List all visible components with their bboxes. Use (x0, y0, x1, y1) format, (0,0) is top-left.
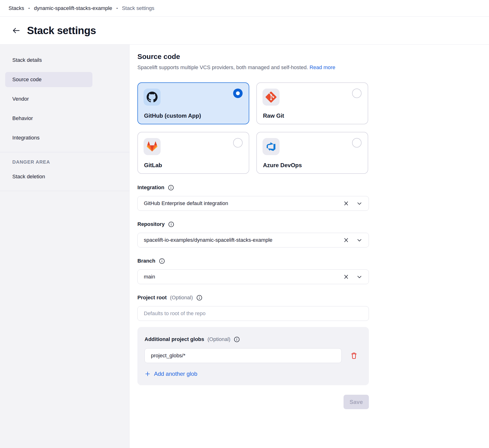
add-another-glob-link[interactable]: Add another glob (145, 371, 197, 377)
project-globs-label: Additional project globs (145, 336, 204, 343)
info-icon[interactable] (159, 258, 165, 264)
project-root-input[interactable] (138, 306, 369, 321)
clear-icon[interactable] (343, 200, 349, 207)
provider-label: Azure DevOps (263, 162, 302, 168)
github-icon (144, 88, 161, 106)
page-title: Stack settings (27, 25, 96, 36)
breadcrumb-current-page: Stack settings (122, 5, 155, 11)
radio-azure-devops[interactable] (352, 138, 362, 148)
project-root-label: Project root (138, 294, 167, 301)
danger-area-heading: DANGER AREA (0, 159, 129, 167)
chevron-down-icon[interactable] (356, 200, 362, 207)
main-panel: Source code Spacelift supports multiple … (130, 45, 489, 448)
sidebar-item-stack-details[interactable]: Stack details (5, 53, 92, 68)
gitlab-icon (144, 138, 161, 155)
repository-field-group: Repository spacelift-io-examples/dynamic… (138, 221, 369, 248)
section-title: Source code (138, 53, 369, 61)
project-root-field-group: Project root (Optional) (138, 294, 369, 321)
branch-field-group: Branch main (138, 258, 369, 284)
integration-label: Integration (138, 184, 164, 191)
branch-select[interactable]: main (138, 270, 369, 284)
integration-value: GitHub Enterprise default integration (144, 200, 343, 207)
provider-label: GitHub (custom App) (144, 112, 201, 119)
sidebar-item-vendor[interactable]: Vendor (5, 91, 92, 107)
provider-card-github[interactable]: GitHub (custom App) (138, 82, 249, 124)
breadcrumb-stack-name[interactable]: dynamic-spacelift-stacks-example (34, 5, 112, 11)
sidebar-item-integrations[interactable]: Integrations (5, 130, 92, 145)
repository-label: Repository (138, 221, 165, 228)
read-more-link[interactable]: Read more (310, 64, 335, 70)
integration-select[interactable]: GitHub Enterprise default integration (138, 196, 369, 211)
breadcrumb-stacks[interactable]: Stacks (8, 5, 24, 11)
page-header: Stack settings (0, 16, 489, 45)
glob-entry-row (145, 348, 362, 363)
provider-label: GitLab (144, 162, 162, 168)
glob-input[interactable] (145, 348, 342, 363)
clear-icon[interactable] (343, 237, 349, 243)
project-globs-panel: Additional project globs (Optional) (138, 327, 369, 385)
save-button[interactable]: Save (343, 395, 369, 409)
provider-label: Raw Git (263, 112, 284, 119)
chevron-down-icon[interactable] (356, 274, 362, 280)
breadcrumb-separator: • (28, 6, 30, 10)
info-icon[interactable] (168, 221, 174, 228)
optional-tag: (Optional) (208, 336, 230, 343)
sidebar-nav: Stack details Source code Vendor Behavio… (0, 45, 129, 152)
breadcrumb: Stacks • dynamic-spacelift-stacks-exampl… (0, 0, 489, 16)
provider-card-azure-devops[interactable]: Azure DevOps (256, 132, 368, 174)
azure-devops-icon (262, 138, 280, 155)
plus-icon (145, 371, 151, 377)
settings-sidebar: Stack details Source code Vendor Behavio… (0, 45, 130, 448)
optional-tag: (Optional) (170, 294, 193, 301)
sidebar-item-source-code[interactable]: Source code (5, 72, 92, 87)
branch-value: main (144, 274, 343, 280)
info-icon[interactable] (168, 184, 174, 191)
subtitle-text: Spacelift supports multiple VCS provider… (138, 64, 308, 70)
integration-field-group: Integration GitHub Enterprise default in… (138, 184, 369, 211)
info-icon[interactable] (196, 295, 203, 301)
back-arrow-icon[interactable] (11, 26, 21, 35)
info-icon[interactable] (234, 336, 240, 343)
delete-glob-trash-icon[interactable] (350, 352, 358, 360)
danger-area-section: DANGER AREA Stack deletion (0, 152, 129, 191)
git-icon (262, 88, 280, 106)
repository-value: spacelift-io-examples/dynamic-spacelift-… (144, 237, 343, 243)
branch-label: Branch (138, 258, 155, 264)
sidebar-item-stack-deletion[interactable]: Stack deletion (5, 169, 92, 184)
chevron-down-icon[interactable] (356, 237, 362, 243)
radio-raw-git[interactable] (352, 88, 362, 98)
repository-select[interactable]: spacelift-io-examples/dynamic-spacelift-… (138, 233, 369, 248)
radio-github-selected[interactable] (233, 88, 243, 98)
breadcrumb-separator: • (116, 6, 117, 10)
section-subtitle: Spacelift supports multiple VCS provider… (138, 64, 369, 71)
clear-icon[interactable] (343, 274, 349, 280)
add-glob-label: Add another glob (154, 371, 197, 377)
provider-card-raw-git[interactable]: Raw Git (256, 82, 368, 124)
provider-card-gitlab[interactable]: GitLab (138, 132, 249, 174)
sidebar-item-behavior[interactable]: Behavior (5, 111, 92, 126)
vcs-provider-cards: GitHub (custom App) Raw Git (138, 82, 369, 174)
radio-gitlab[interactable] (233, 138, 243, 148)
